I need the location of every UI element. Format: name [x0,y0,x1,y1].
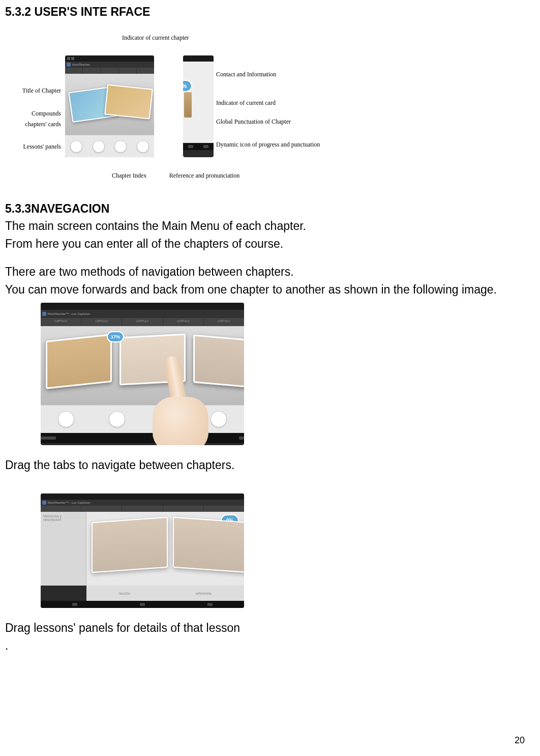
figure-drag-lessons: MovilTeacher™ - Los Capítulos Menciona y… [41,493,244,608]
label-compounds-2: chapters' cards [25,121,61,128]
paragraph-1: The main screen contains the Main Menu o… [5,218,530,234]
ui-diagram: Indicator of current chapter Title of Ch… [5,34,530,192]
paragraph-7: . [5,638,530,654]
paragraph-4: You can move forwards and back from one … [5,282,530,298]
percent-badge-17: 17% [107,331,124,342]
paragraph-3: There are two methods of navigation betw… [5,264,530,280]
paragraph-5: Drag the tabs to navigate between chapte… [5,457,530,473]
paragraph-6: Drag lessons' panels for details of that… [5,620,530,636]
page-number: 20 [515,735,525,746]
label-indicator-card: Indicator of current card [216,99,276,107]
label-dynamic-icon: Dynamic icon of progress and punctuation [216,141,320,149]
percent-badge: 0% [183,80,192,92]
label-reference-pronunciation: Reference and pronunciation [169,172,240,180]
phone-mock-left: MovilTeacher Título deCapítuloFichas [65,55,154,157]
section-heading-5-3-2: 5.3.2 USER'S INTE RFACE [5,5,530,19]
paragraph-2: From here you can enter all of the chapt… [5,236,530,252]
hand-gesture-icon [142,356,214,445]
figure-swipe-chapters: MovilTeacher™ - Los Capítulos CAPÍTULOCA… [41,303,244,445]
label-global-punctuation: Global Punctuation of Chapter [216,118,291,126]
label-lessons-panels: Lessons' panels [23,143,61,150]
label-chapter-index: Chapter Index [112,172,146,180]
label-compounds-1: Compounds [32,110,61,117]
label-contact-info: Contact and Information [216,71,276,78]
section-heading-5-3-3: 5.3.3NAVEGACION [5,202,530,216]
label-indicator-current-chapter: Indicator of current chapter [122,34,189,42]
phone-mock-right: 0% [183,55,214,157]
label-title-of-chapter: Title of Chapter [22,87,61,94]
